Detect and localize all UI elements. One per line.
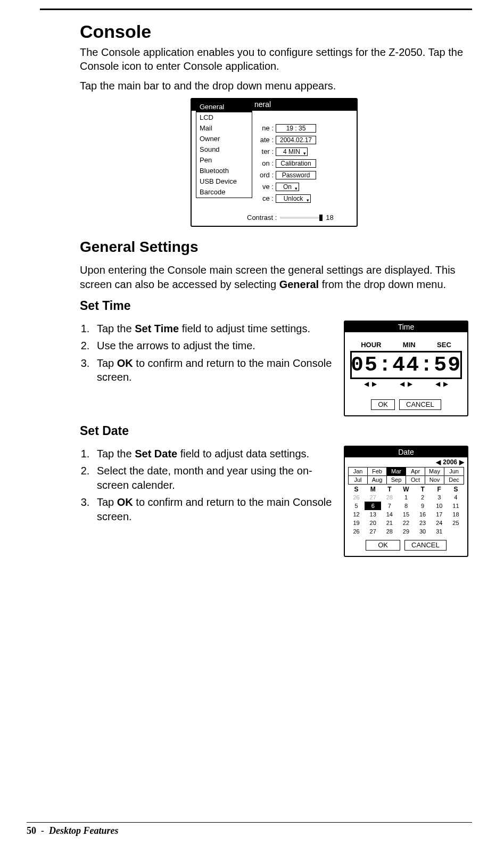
cal-day[interactable] (448, 527, 464, 536)
date-cancel-button[interactable]: CANCEL (404, 540, 447, 551)
cal-day[interactable]: 10 (431, 502, 448, 510)
hour-left-arrow-icon[interactable]: ◀ (364, 380, 369, 388)
cal-day[interactable]: 24 (431, 519, 448, 527)
cal-day[interactable]: 27 (365, 493, 381, 502)
top-rule (40, 9, 472, 10)
cal-day[interactable]: 28 (381, 527, 398, 536)
cal-day[interactable]: 22 (398, 519, 414, 527)
field-time-value[interactable]: 19 : 35 (276, 124, 316, 133)
intro-paragraph-2: Tap the main bar to and the drop down me… (80, 79, 468, 93)
label-hour: HOUR (361, 341, 381, 349)
menu-item-general[interactable]: General (196, 102, 252, 112)
cal-day[interactable]: 15 (398, 510, 414, 519)
month-mar[interactable]: Mar (387, 467, 406, 476)
field-calibration-button[interactable]: Calibration (276, 159, 316, 168)
month-jul[interactable]: Jul (349, 476, 368, 484)
time-display: 05:44:59 (351, 354, 461, 376)
field-password-button[interactable]: Password (276, 171, 316, 179)
page-number: 50 (27, 825, 36, 836)
cal-day[interactable]: 17 (431, 510, 448, 519)
cal-day[interactable]: 13 (365, 510, 381, 519)
console-screenshot: neral ne :19 : 35 ate :2004.02.17 ter :4… (191, 98, 358, 227)
cal-day[interactable]: 14 (381, 510, 398, 519)
cal-day[interactable]: 8 (398, 502, 414, 510)
field-off-dropdown[interactable]: 4 MIN (276, 147, 308, 156)
month-oct[interactable]: Oct (406, 476, 425, 484)
step-date-2: Select the date, month and year using th… (93, 464, 336, 492)
day-of-week-header: SMTWTFS (348, 486, 464, 493)
month-jun[interactable]: Jun (444, 467, 464, 476)
set-time-steps: Tap the Set Time field to adjust time se… (80, 322, 336, 384)
cal-day[interactable]: 4 (448, 493, 464, 502)
date-screenshot: Date ◀ 2006 ▶ Jan Feb Mar Apr May Jun Ju… (344, 446, 468, 557)
min-left-arrow-icon[interactable]: ◀ (400, 380, 404, 388)
cal-day[interactable]: 30 (415, 527, 431, 536)
cal-day[interactable]: 27 (365, 527, 381, 536)
time-screenshot: Time HOUR MIN SEC 05:44:59 ◀▶ ◀▶ ◀▶ (344, 321, 468, 416)
month-jan[interactable]: Jan (349, 467, 368, 476)
cal-day[interactable]: 12 (348, 510, 365, 519)
intro-paragraph-1: The Console application enables you to c… (80, 45, 468, 73)
cal-day[interactable]: 3 (431, 493, 448, 502)
console-dropdown-menu[interactable]: General LCD Mail Owner Sound Pen Bluetoo… (196, 101, 252, 198)
cal-day[interactable]: 28 (381, 493, 398, 502)
menu-item-pen[interactable]: Pen (196, 155, 252, 166)
menu-item-bluetooth[interactable]: Bluetooth (196, 166, 252, 176)
sec-right-arrow-icon[interactable]: ▶ (443, 380, 448, 388)
month-feb[interactable]: Feb (368, 467, 387, 476)
field-save-dropdown[interactable]: On (276, 183, 299, 191)
set-date-steps: Tap the Set Date field to adjust data se… (80, 447, 336, 523)
cal-day[interactable]: 26 (348, 493, 365, 502)
field-save-label: ve : (258, 181, 274, 192)
month-aug[interactable]: Aug (368, 476, 387, 484)
cal-day[interactable]: 21 (381, 519, 398, 527)
heading-set-time: Set Time (80, 299, 468, 313)
cal-day[interactable]: 7 (381, 502, 398, 510)
heading-general-settings: General Settings (80, 239, 468, 256)
cal-day[interactable]: 18 (448, 510, 464, 519)
menu-item-usb-device[interactable]: USB Device (196, 176, 252, 187)
month-sep[interactable]: Sep (387, 476, 406, 484)
cal-day[interactable]: 16 (415, 510, 431, 519)
menu-item-sound[interactable]: Sound (196, 144, 252, 155)
cal-day[interactable]: 2 (415, 493, 431, 502)
cal-day[interactable]: 20 (365, 519, 381, 527)
month-nov[interactable]: Nov (425, 476, 444, 484)
cal-day-selected[interactable]: 6 (365, 502, 381, 510)
cal-day[interactable]: 25 (448, 519, 464, 527)
cal-day[interactable]: 23 (415, 519, 431, 527)
step-date-1: Tap the Set Date field to adjust data se… (93, 447, 336, 461)
cal-day[interactable]: 9 (415, 502, 431, 510)
year-next-arrow-icon[interactable]: ▶ (459, 458, 464, 466)
month-dec[interactable]: Dec (444, 476, 464, 484)
cal-day[interactable]: 19 (348, 519, 365, 527)
contrast-slider[interactable] (280, 217, 323, 219)
cal-day[interactable]: 1 (398, 493, 414, 502)
sec-left-arrow-icon[interactable]: ◀ (435, 380, 440, 388)
menu-item-lcd[interactable]: LCD (196, 112, 252, 123)
calendar-grid: 2627281234 567891011 12131415161718 1920… (348, 493, 464, 536)
field-date-value[interactable]: 2004.02.17 (276, 136, 316, 144)
date-ok-button[interactable]: OK (366, 540, 400, 551)
min-right-arrow-icon[interactable]: ▶ (408, 380, 412, 388)
time-ok-button[interactable]: OK (371, 399, 395, 410)
time-cancel-button[interactable]: CANCEL (399, 399, 441, 410)
cal-day[interactable]: 11 (448, 502, 464, 510)
step-time-1: Tap the Set Time field to adjust time se… (93, 322, 336, 335)
month-may[interactable]: May (425, 467, 444, 476)
month-apr[interactable]: Apr (406, 467, 425, 476)
month-grid: Jan Feb Mar Apr May Jun Jul Aug Sep Oct … (348, 467, 464, 485)
menu-item-owner[interactable]: Owner (196, 134, 252, 144)
menu-item-barcode[interactable]: Barcode (196, 187, 252, 198)
field-lock-label: ce : (258, 193, 274, 204)
cal-day[interactable]: 26 (348, 527, 365, 536)
cal-day[interactable]: 29 (398, 527, 414, 536)
year-prev-arrow-icon[interactable]: ◀ (436, 458, 441, 466)
field-lock-dropdown[interactable]: Unlock (276, 194, 311, 203)
label-sec: SEC (437, 341, 451, 349)
contrast-label: Contrast : (247, 214, 277, 221)
menu-item-mail[interactable]: Mail (196, 123, 252, 134)
hour-right-arrow-icon[interactable]: ▶ (372, 380, 377, 388)
cal-day[interactable]: 5 (348, 502, 365, 510)
cal-day[interactable]: 31 (431, 527, 448, 536)
